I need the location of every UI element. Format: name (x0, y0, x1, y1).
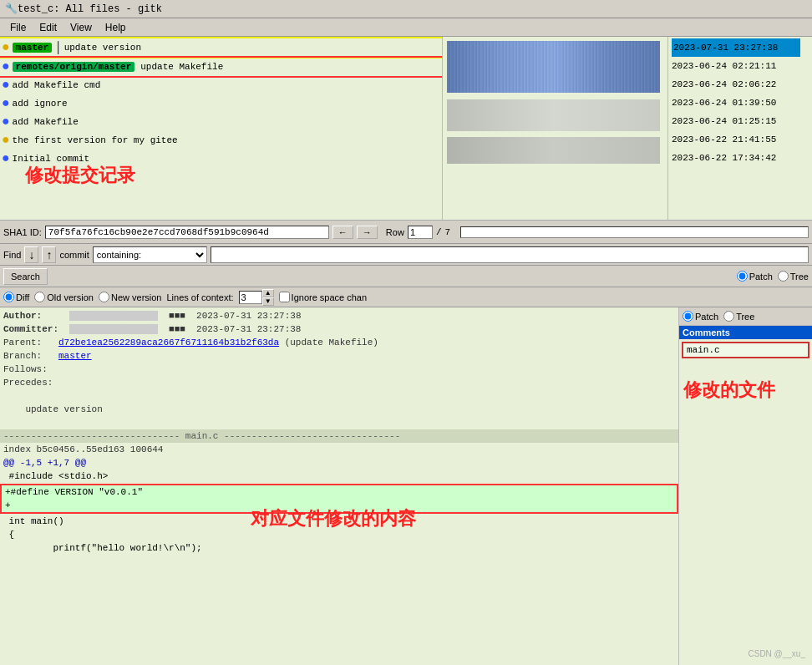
commit-row-3[interactable]: ● add ignore (0, 94, 442, 113)
context-down-btn[interactable]: ▼ (262, 297, 274, 306)
branch-link[interactable]: master (58, 351, 92, 361)
diff-line-0: #include <stdio.h> (0, 470, 678, 483)
tree-radio[interactable] (778, 271, 789, 282)
menu-help[interactable]: Help (99, 20, 133, 35)
sha-prev-button[interactable]: ← (332, 226, 353, 239)
bottom-section: Author: ████████████████ ■■■ 2023-07-31 … (0, 307, 812, 665)
diff-panel: Author: ████████████████ ■■■ 2023-07-31 … (0, 307, 678, 665)
patch-radio-right[interactable]: Patch (683, 311, 718, 322)
commit-row-2[interactable]: ● add Makefile cmd (0, 76, 442, 94)
branch-master-tag: master (13, 43, 53, 53)
date-row-4: 2023-06-24 01:25:15 (672, 112, 800, 130)
sha-row: SHA1 ID: ← → Row / 7 (0, 221, 812, 244)
commit-graph: ● master │ update version ● remotes/orig… (0, 37, 443, 220)
diff-add-line-0: +#define VERSION "v0.0.1" (2, 485, 677, 499)
menubar: File Edit View Help (0, 18, 812, 37)
commit-msg-2: add Makefile cmd (13, 80, 101, 90)
diff-follows-line: Follows: (0, 363, 678, 376)
find-row: Find ↓ ↑ commit containing: touching pat… (0, 244, 812, 266)
right-panel: Patch Tree Comments main.c 修改的文件 (678, 307, 812, 665)
find-up-button[interactable]: ↑ (42, 246, 56, 263)
new-version-radio-label[interactable]: New version (99, 292, 162, 302)
diff-line-3: printf("hello world!\r\n"); (0, 541, 678, 555)
commit-msg-0: update version (64, 43, 141, 53)
row-label: Row (386, 227, 404, 237)
thumb-2 (447, 99, 660, 131)
annotation-modified-files: 修改的文件 (683, 378, 812, 403)
tree-radio-label[interactable]: Tree (778, 271, 809, 282)
date-row-1: 2023-06-24 02:21:11 (672, 57, 800, 75)
search-button[interactable]: Search (3, 268, 48, 285)
diff-options-row: Diff Old version New version Lines of co… (0, 287, 812, 307)
commit-row-4[interactable]: ● add Makefile (0, 113, 442, 131)
date-row-2: 2023-06-24 02:06:22 (672, 75, 800, 94)
diff-blank (0, 389, 678, 403)
find-label: Find (3, 250, 21, 260)
new-version-radio[interactable] (99, 292, 109, 302)
commit-msg-4: add Makefile (13, 117, 79, 127)
commit-msg-3: add ignore (13, 99, 68, 109)
sha-search-input[interactable] (460, 226, 809, 238)
file-entry-main-c[interactable]: main.c (682, 342, 809, 358)
thumb-1 (447, 41, 660, 93)
context-label: Lines of context: (166, 292, 233, 302)
row-total: 7 (444, 227, 450, 237)
comments-header: Comments (679, 326, 812, 339)
diff-branch-line: Branch: master (0, 349, 678, 363)
top-section: ● master │ update version ● remotes/orig… (0, 37, 812, 221)
row-slash: / (436, 227, 442, 237)
diff-blank2 (0, 416, 678, 429)
commit-row-5[interactable]: ● the first version for my gitee (0, 131, 442, 150)
commit-row-1[interactable]: ● remotes/origin/master update Makefile (0, 58, 442, 76)
titlebar: 🔧 test_c: All files - gitk (0, 0, 812, 18)
menu-view[interactable]: View (63, 20, 99, 35)
ignore-space-label[interactable]: Ignore space chan (279, 292, 368, 302)
diff-index: index b5c0456..55ed163 100644 (0, 443, 678, 456)
commit-row-0[interactable]: ● master │ update version (0, 38, 442, 57)
thumb-3 (447, 137, 660, 164)
context-input[interactable] (239, 291, 262, 304)
parent-hash-link[interactable]: d72be1ea2562289aca2667f6711164b31b2f63da (58, 338, 279, 348)
diff-parent-line: Parent: d72be1ea2562289aca2667f6711164b3… (0, 336, 678, 349)
search-options-row: Search Patch Tree (0, 266, 812, 287)
diff-hunk: @@ -1,5 +1,7 @@ (0, 456, 678, 470)
commit-thumbnails (443, 37, 668, 220)
patch-radio-label[interactable]: Patch (737, 271, 773, 282)
main-container: ● master │ update version ● remotes/orig… (0, 37, 812, 665)
diff-radio[interactable] (3, 292, 14, 302)
commit-label: commit (59, 250, 89, 260)
date-row-0: 2023-07-31 23:27:38 (672, 38, 800, 57)
patch-tree-options: Patch Tree (679, 307, 812, 326)
sha-label: SHA1 ID: (3, 227, 42, 237)
commit-row-6[interactable]: ● Initial commit (0, 150, 442, 168)
diff-line-1: int main() (0, 515, 678, 528)
find-down-button[interactable]: ↓ (24, 246, 38, 263)
date-row-5: 2023-06-22 21:41:55 (672, 130, 800, 149)
find-type-select[interactable]: containing: touching paths: adding/remov… (93, 246, 207, 263)
menu-file[interactable]: File (3, 20, 33, 35)
diff-line-2: { (0, 528, 678, 541)
context-up-btn[interactable]: ▲ (262, 289, 274, 297)
ignore-space-check[interactable] (279, 292, 290, 302)
old-version-radio-label[interactable]: Old version (34, 292, 94, 302)
patch-radio[interactable] (737, 271, 748, 282)
diff-radio-label[interactable]: Diff (3, 292, 29, 302)
sha-next-button[interactable]: → (357, 226, 378, 239)
find-text-input[interactable] (211, 246, 809, 263)
branch-remote-tag: remotes/origin/master (13, 62, 135, 72)
titlebar-icon: 🔧 (5, 3, 18, 15)
titlebar-title: test_c: All files - gitk (18, 3, 162, 15)
diff-add-block: +#define VERSION "v0.0.1" + (0, 484, 678, 514)
menu-edit[interactable]: Edit (33, 20, 63, 35)
commit-msg-1: update Makefile (140, 62, 223, 72)
commit-dates: 2023-07-31 23:27:38 2023-06-24 02:21:11 … (668, 37, 804, 220)
date-row-6: 2023-06-22 17:34:42 (672, 149, 800, 167)
diff-commit-msg: update version (0, 403, 678, 416)
diff-add-line-1: + (2, 499, 677, 512)
row-input[interactable] (408, 226, 433, 239)
old-version-radio[interactable] (34, 292, 45, 302)
diff-committer-line: Committer: ████████████████ ■■■ 2023-07-… (0, 322, 678, 336)
tree-radio-right[interactable]: Tree (723, 311, 754, 322)
commit-msg-5: the first version for my gitee (13, 135, 178, 145)
sha-input[interactable] (45, 226, 329, 239)
